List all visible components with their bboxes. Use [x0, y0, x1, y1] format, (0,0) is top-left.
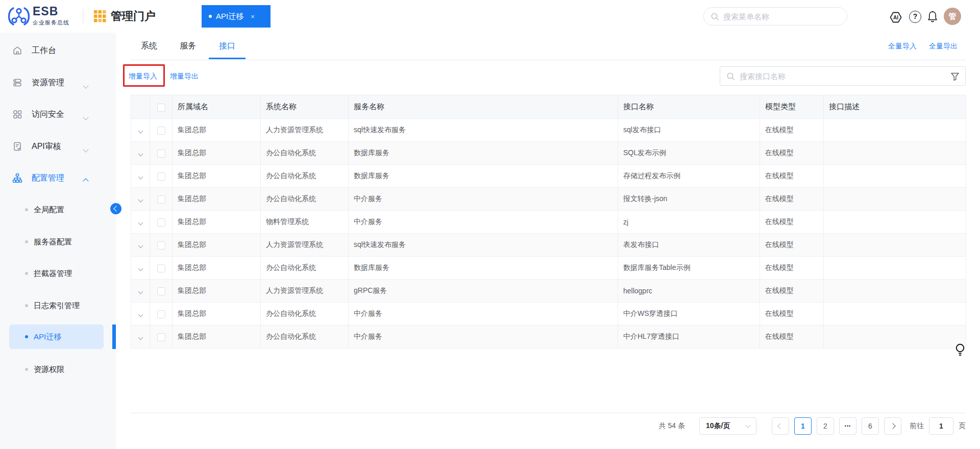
row-expand-toggle[interactable]	[131, 303, 150, 326]
sidebar-subitem-interceptor-management[interactable]: 拦截器管理	[0, 262, 116, 285]
cell-interface: hellogprc	[618, 280, 760, 303]
sidebar-subitem-server-config[interactable]: 服务器配置	[0, 231, 116, 253]
cell-interface: 存储过程发布示例	[618, 165, 760, 188]
logo-subtitle: 企业服务总线	[33, 19, 69, 27]
cell-description	[824, 188, 966, 211]
bullet-dot-icon	[25, 208, 28, 211]
table-row[interactable]: 集团总部 人力资源管理系统 gRPC服务 hellogprc 在线模型	[131, 280, 966, 303]
next-page-button[interactable]	[884, 417, 901, 435]
chevron-down-icon	[84, 112, 88, 121]
full-import-link[interactable]: 全量导入	[888, 42, 917, 51]
row-checkbox[interactable]	[157, 218, 165, 227]
page-button-2[interactable]: 2	[817, 417, 834, 435]
chevron-left-icon	[777, 423, 783, 429]
sidebar-item-workbench[interactable]: 工作台	[0, 38, 116, 63]
row-checkbox[interactable]	[157, 310, 165, 318]
user-avatar[interactable]: 管	[944, 8, 961, 25]
row-expand-toggle[interactable]	[131, 165, 150, 188]
table-row[interactable]: 集团总部 办公自动化系统 中介服务 报文转换-json 在线模型	[131, 188, 966, 211]
sidebar-item-config-management[interactable]: 配置管理	[0, 166, 116, 190]
page-button-1[interactable]: 1	[794, 417, 812, 435]
row-expand-toggle[interactable]	[131, 257, 150, 280]
cell-model-type: 在线模型	[760, 280, 824, 303]
row-checkbox[interactable]	[157, 287, 165, 295]
bullet-dot-icon	[25, 272, 28, 275]
row-checkbox[interactable]	[157, 149, 165, 158]
ai-assistant-icon[interactable]: AI	[889, 10, 903, 24]
sidebar-item-label: 配置管理	[32, 166, 64, 190]
cell-model-type: 在线模型	[760, 119, 824, 142]
filter-funnel-icon[interactable]	[950, 72, 960, 81]
row-expand-toggle[interactable]	[131, 234, 150, 257]
table-row[interactable]: 集团总部 办公自动化系统 数据库服务 SQL发布示例 在线模型	[131, 142, 966, 165]
prev-page-button[interactable]	[772, 417, 789, 435]
row-checkbox[interactable]	[157, 172, 165, 181]
row-checkbox[interactable]	[157, 241, 165, 250]
resource-icon	[12, 78, 22, 88]
row-expand-toggle[interactable]	[131, 188, 150, 211]
goto-page-input[interactable]	[929, 417, 953, 435]
row-expand-toggle[interactable]	[131, 119, 150, 142]
table-row[interactable]: 集团总部 人力资源管理系统 sql快速发布服务 表发布接口 在线模型	[131, 234, 966, 257]
sidebar-subitem-resource-permission[interactable]: 资源权限	[0, 358, 116, 381]
logo-text: ESB 企业服务总线	[33, 5, 69, 27]
tab-system[interactable]: 系统	[131, 33, 167, 59]
cell-domain: 集团总部	[173, 188, 261, 211]
sidebar-item-resources[interactable]: 资源管理	[0, 70, 116, 95]
cell-system: 办公自动化系统	[261, 257, 349, 280]
notification-bell-icon[interactable]	[927, 10, 938, 22]
cell-model-type: 在线模型	[760, 142, 824, 165]
row-checkbox[interactable]	[157, 264, 165, 272]
table-row[interactable]: 集团总部 办公自动化系统 数据库服务 数据库服务Table示例 在线模型	[131, 257, 966, 280]
row-expand-toggle[interactable]	[131, 326, 150, 348]
chevron-down-icon	[138, 266, 143, 271]
bullet-dot-icon	[25, 240, 28, 243]
interface-search-input[interactable]	[720, 67, 965, 85]
row-checkbox-cell	[150, 119, 173, 142]
page-ellipsis[interactable]: •••	[839, 417, 856, 435]
sidebar-subitem-log-index-management[interactable]: 日志索引管理	[0, 294, 116, 317]
page-button-6[interactable]: 6	[862, 417, 879, 435]
sidebar-item-api-audit[interactable]: API审核	[0, 134, 116, 159]
sidebar-subitem-global-config[interactable]: 全局配置	[0, 198, 116, 221]
sidebar-collapse-button[interactable]	[110, 203, 121, 214]
table-row[interactable]: 集团总部 办公自动化系统 中介服务 中介WS穿透接口 在线模型	[131, 303, 966, 326]
full-export-link[interactable]: 全量导出	[929, 42, 958, 51]
table-row[interactable]: 集团总部 人力资源管理系统 sql快速发布服务 sql发布接口 在线模型	[131, 119, 966, 142]
table-row[interactable]: 集团总部 办公自动化系统 数据库服务 存储过程发布示例 在线模型	[131, 165, 966, 188]
page-size-select[interactable]: 10条/页	[699, 417, 756, 435]
pagination-total: 共 54 条	[659, 421, 685, 431]
bullet-dot-icon	[25, 368, 28, 371]
tab-interface[interactable]: 接口	[209, 33, 246, 59]
open-tab-api-migration[interactable]: API迁移 ×	[202, 5, 271, 28]
incremental-export-link[interactable]: 增量导出	[170, 66, 199, 86]
config-icon	[12, 173, 22, 183]
col-interface: 接口名称	[618, 95, 760, 119]
row-checkbox[interactable]	[157, 127, 165, 135]
cell-model-type: 在线模型	[760, 303, 824, 326]
lightbulb-icon[interactable]	[954, 343, 966, 358]
incremental-import-link[interactable]: 增量导入	[129, 66, 157, 86]
row-expand-toggle[interactable]	[131, 142, 150, 165]
chevron-down-icon	[138, 312, 143, 317]
bullet-dot-icon	[25, 335, 28, 338]
row-expand-toggle[interactable]	[131, 280, 150, 303]
sidebar-item-access-security[interactable]: 访问安全	[0, 102, 116, 127]
table-row[interactable]: 集团总部 物料管理系统 中介服务 zj 在线模型	[131, 211, 966, 234]
table-row[interactable]: 集团总部 办公自动化系统 中介服务 中介HL7穿透接口 在线模型	[131, 326, 966, 348]
cell-service: sql快速发布服务	[349, 234, 618, 257]
row-checkbox[interactable]	[157, 333, 165, 341]
cell-domain: 集团总部	[173, 165, 261, 188]
cell-interface: 表发布接口	[618, 234, 760, 257]
row-checkbox-cell	[150, 257, 173, 280]
select-all-checkbox[interactable]	[157, 104, 165, 112]
menu-search-input[interactable]	[704, 8, 847, 25]
help-icon[interactable]: ?	[909, 11, 921, 23]
row-expand-toggle[interactable]	[131, 211, 150, 234]
sidebar-subitem-api-migration[interactable]: API迁移	[0, 325, 116, 349]
chevron-left-icon	[113, 206, 119, 211]
row-checkbox[interactable]	[157, 195, 165, 204]
tab-close-icon[interactable]: ×	[251, 13, 255, 20]
tab-service[interactable]: 服务	[169, 33, 206, 59]
cell-system: 人力资源管理系统	[261, 280, 349, 303]
